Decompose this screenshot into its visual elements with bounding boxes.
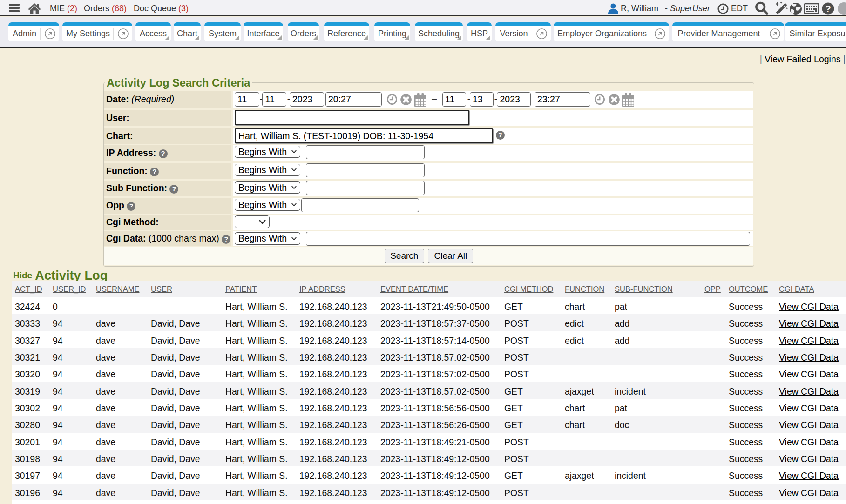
svg-text:?: ? <box>825 3 831 14</box>
